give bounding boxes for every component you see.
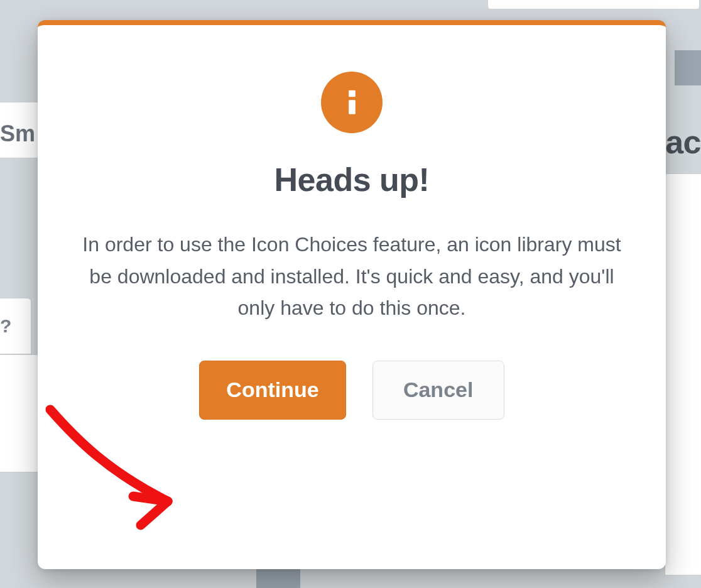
occluded-text-ac: ac (665, 126, 701, 158)
svg-rect-0 (349, 90, 356, 97)
continue-button[interactable]: Continue (199, 361, 345, 420)
occluded-text-sm: Sm (0, 122, 35, 145)
modal-actions: Continue Cancel (38, 361, 666, 420)
cancel-button[interactable]: Cancel (372, 361, 504, 420)
svg-rect-1 (349, 100, 356, 114)
occluded-text-q: ? (0, 317, 11, 335)
modal-body-text: In order to use the Icon Choices feature… (75, 229, 628, 324)
heads-up-modal: Heads up! In order to use the Icon Choic… (38, 20, 666, 569)
modal-title: Heads up! (38, 161, 666, 199)
info-icon (321, 72, 383, 133)
